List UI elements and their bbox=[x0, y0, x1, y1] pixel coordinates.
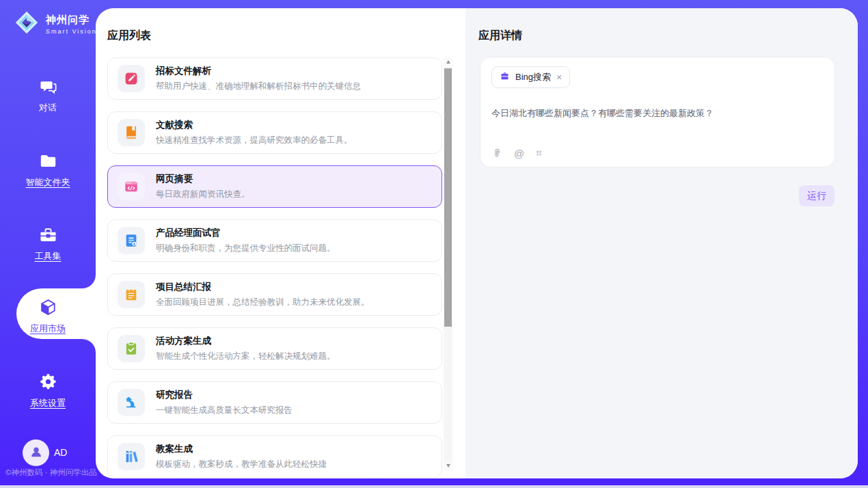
tool-chip-label: Bing搜索 bbox=[515, 71, 551, 83]
app-card-7[interactable]: 研究报告 一键智能生成高质量长文本研究报告 bbox=[107, 381, 442, 424]
at-icon[interactable]: @ bbox=[514, 148, 524, 159]
app-card-title: 产品经理面试官 bbox=[156, 227, 336, 239]
brand-logo: 神州问学 Smart Vision bbox=[14, 10, 97, 38]
app-window: 神州问学 Smart Vision 对话智能文件夹工具集应用市场系统设置 AD … bbox=[0, 0, 868, 488]
sidebar-item-label: 智能文件夹 bbox=[0, 176, 96, 189]
app-card-description: 明确身份和职责，为您提供专业性的面试问题。 bbox=[156, 243, 336, 254]
tool-chip-bing-search[interactable]: Bing搜索 × bbox=[491, 66, 570, 88]
brand-subtitle: Smart Vision bbox=[46, 28, 97, 35]
sidebar-item-toolset[interactable]: 工具集 bbox=[0, 226, 96, 262]
scroll-up-button[interactable] bbox=[444, 57, 452, 67]
interview-doc-icon bbox=[118, 227, 145, 254]
app-card-description: 一键智能生成高质量长文本研究报告 bbox=[156, 405, 293, 416]
diamond-logo-icon bbox=[14, 10, 40, 38]
cube-icon bbox=[39, 298, 57, 316]
app-card-8[interactable]: 教案生成 模板驱动，教案秒成，教学准备从此轻松快捷 bbox=[107, 435, 442, 478]
app-card-title: 项目总结汇报 bbox=[156, 281, 370, 293]
prompt-input-card[interactable]: Bing搜索 × 今日湖北有哪些新闻要点？有哪些需要关注的最新政策？ @ ⌗ bbox=[480, 57, 835, 167]
app-card-title: 研究报告 bbox=[156, 389, 293, 401]
composer-toolbar: @ ⌗ bbox=[492, 147, 542, 159]
app-card-6[interactable]: 活动方案生成 智能生成个性化活动方案，轻松解决规划难题。 bbox=[107, 327, 442, 370]
app-card-description: 每日政府新闻资讯快查。 bbox=[156, 189, 250, 200]
sidebar-item-app-market[interactable]: 应用市场 bbox=[0, 298, 96, 335]
app-card-title: 教案生成 bbox=[156, 443, 327, 455]
query-text[interactable]: 今日湖北有哪些新闻要点？有哪些需要关注的最新政策？ bbox=[491, 107, 824, 120]
arrow-up-icon bbox=[446, 60, 450, 64]
copyright-footer: ©神州数码 · 神州问学出品 bbox=[5, 467, 97, 478]
arrow-down-icon bbox=[446, 464, 450, 467]
app-card-5[interactable]: 项目总结汇报 全面回顾项目进展，总结经验教训，助力未来优化发展。 bbox=[107, 273, 442, 316]
sidebar-item-label: 应用市场 bbox=[0, 323, 96, 335]
app-card-title: 文献搜索 bbox=[156, 119, 353, 131]
app-card-title: 活动方案生成 bbox=[156, 335, 336, 347]
user-initials: AD bbox=[54, 447, 67, 458]
chat-icon bbox=[39, 77, 57, 96]
app-card-3[interactable]: 网页摘要 每日政府新闻资讯快查。 bbox=[107, 165, 442, 208]
app-card-description: 帮助用户快速、准确地理解和解析招标书中的关键信息 bbox=[156, 81, 361, 92]
app-card-description: 快速精准查找学术资源，提高研究效率的必备工具。 bbox=[156, 135, 353, 146]
sidebar-item-label: 系统设置 bbox=[0, 397, 96, 409]
toolbox-icon bbox=[39, 226, 57, 244]
sidebar-item-system-settings[interactable]: 系统设置 bbox=[0, 372, 96, 409]
brand-name: 神州问学 bbox=[46, 14, 90, 25]
microscope-icon bbox=[118, 389, 145, 416]
app-card-description: 全面回顾项目进展，总结经验教训，助力未来优化发展。 bbox=[156, 297, 370, 308]
browser-code-icon bbox=[118, 173, 145, 200]
app-card-1[interactable]: 招标文件解析 帮助用户快速、准确地理解和解析招标书中的关键信息 bbox=[107, 57, 442, 100]
sidebar-item-smart-folders[interactable]: 智能文件夹 bbox=[0, 152, 96, 189]
app-list-scrollbar[interactable] bbox=[444, 57, 452, 471]
note-icon bbox=[118, 281, 145, 308]
folder-icon bbox=[39, 152, 57, 170]
paperclip-icon[interactable] bbox=[492, 148, 502, 159]
app-list-title: 应用列表 bbox=[107, 29, 151, 43]
app-card-2[interactable]: 文献搜索 快速精准查找学术资源，提高研究效率的必备工具。 bbox=[107, 111, 442, 154]
sidebar-item-chat[interactable]: 对话 bbox=[0, 77, 96, 114]
briefcase-icon bbox=[500, 71, 510, 84]
app-card-4[interactable]: 产品经理面试官 明确身份和职责，为您提供专业性的面试问题。 bbox=[107, 219, 442, 262]
books-icon bbox=[118, 443, 145, 470]
gear-icon bbox=[39, 372, 57, 391]
app-detail-panel: 应用详情 Bing搜索 × 今日湖北有哪些新闻要点？有哪些需要关注的最 bbox=[465, 8, 858, 478]
close-icon[interactable]: × bbox=[556, 72, 562, 82]
user-avatar-icon bbox=[29, 444, 44, 462]
app-card-title: 网页摘要 bbox=[156, 173, 250, 185]
scroll-down-button[interactable] bbox=[444, 461, 452, 471]
sidebar-item-label: 对话 bbox=[0, 102, 96, 114]
book-icon bbox=[118, 119, 145, 146]
app-card-description: 模板驱动，教案秒成，教学准备从此轻松快捷 bbox=[156, 459, 327, 470]
content-window: 应用列表 招标文件解析 帮助用户快速、准确地理解和解析招标书中的关键信息 文献搜… bbox=[96, 8, 858, 478]
user-avatar[interactable] bbox=[23, 439, 49, 466]
pen-square-icon bbox=[118, 65, 145, 92]
app-card-description: 智能生成个性化活动方案，轻松解决规划难题。 bbox=[156, 351, 336, 362]
clipboard-check-icon bbox=[118, 335, 145, 362]
app-detail-title: 应用详情 bbox=[478, 29, 522, 43]
hash-icon[interactable]: ⌗ bbox=[536, 147, 541, 159]
app-card-title: 招标文件解析 bbox=[156, 65, 361, 77]
run-button[interactable]: 运行 bbox=[799, 185, 835, 206]
bottom-strip bbox=[0, 485, 868, 488]
app-list: 招标文件解析 帮助用户快速、准确地理解和解析招标书中的关键信息 文献搜索 快速精… bbox=[107, 57, 442, 478]
scrollbar-thumb[interactable] bbox=[444, 68, 452, 327]
sidebar-item-label: 工具集 bbox=[0, 250, 96, 262]
